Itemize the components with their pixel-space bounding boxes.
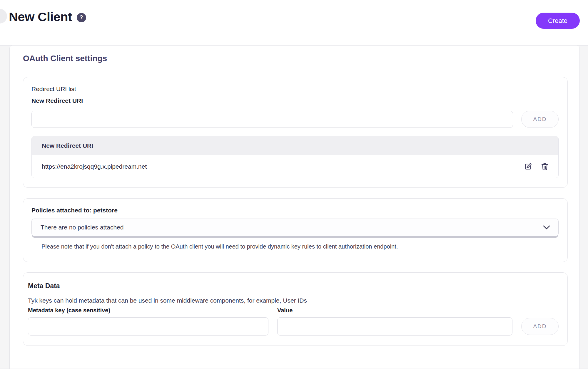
delete-icon[interactable]	[541, 162, 549, 171]
bottom-divider	[0, 368, 588, 368]
page-title: New Client	[9, 10, 72, 24]
redirect-uri-input-row: ADD	[31, 111, 559, 128]
policies-note: Please note that if you don't attach a p…	[41, 243, 559, 250]
policies-select-value: There are no policies attached	[41, 224, 124, 231]
metadata-value-input[interactable]	[277, 317, 512, 336]
redirect-uri-table: New Redirect URI https://ena2krojsqq9g.x…	[31, 136, 559, 178]
new-redirect-uri-label: New Redirect URI	[31, 97, 559, 104]
main-panel: OAuth Client settings Redirect URI list …	[9, 45, 580, 369]
chevron-down-icon	[543, 225, 550, 229]
metadata-key-input[interactable]	[28, 317, 268, 336]
redirect-uri-table-header: New Redirect URI	[32, 136, 558, 155]
policies-title: Policies attached to: petstore	[31, 207, 559, 214]
add-redirect-uri-button[interactable]: ADD	[521, 111, 559, 128]
metadata-form: Metadata key (case sensitive) Value ADD	[28, 307, 559, 336]
content-area: OAuth Client settings Redirect URI list …	[0, 46, 588, 369]
create-button[interactable]: Create	[536, 13, 580, 29]
redirect-uri-list-label: Redirect URI list	[31, 85, 559, 93]
policies-card: Policies attached to: petstore There are…	[23, 198, 568, 262]
row-actions	[524, 162, 549, 171]
section-title: OAuth Client settings	[23, 54, 568, 63]
table-row: https://ena2krojsqq9g.x.pipedream.net	[32, 155, 558, 178]
metadata-title: Meta Data	[28, 282, 559, 290]
help-icon[interactable]: ?	[77, 13, 86, 22]
redirect-uri-value: https://ena2krojsqq9g.x.pipedream.net	[42, 163, 147, 170]
metadata-description: Tyk keys can hold metadata that can be u…	[28, 297, 559, 304]
metadata-key-label: Metadata key (case sensitive)	[28, 307, 268, 314]
page-header: New Client ? Create	[0, 0, 588, 46]
redirect-uri-card: Redirect URI list New Redirect URI ADD N…	[23, 77, 568, 188]
edit-icon[interactable]	[524, 162, 532, 171]
metadata-value-label: Value	[277, 307, 512, 314]
policies-select[interactable]: There are no policies attached	[31, 219, 559, 236]
collapsed-nav-button[interactable]	[0, 9, 7, 24]
new-redirect-uri-input[interactable]	[31, 111, 513, 128]
metadata-card: Meta Data Tyk keys can hold metadata tha…	[23, 272, 568, 346]
add-metadata-button[interactable]: ADD	[521, 318, 559, 335]
title-wrap: New Client ?	[9, 10, 86, 24]
